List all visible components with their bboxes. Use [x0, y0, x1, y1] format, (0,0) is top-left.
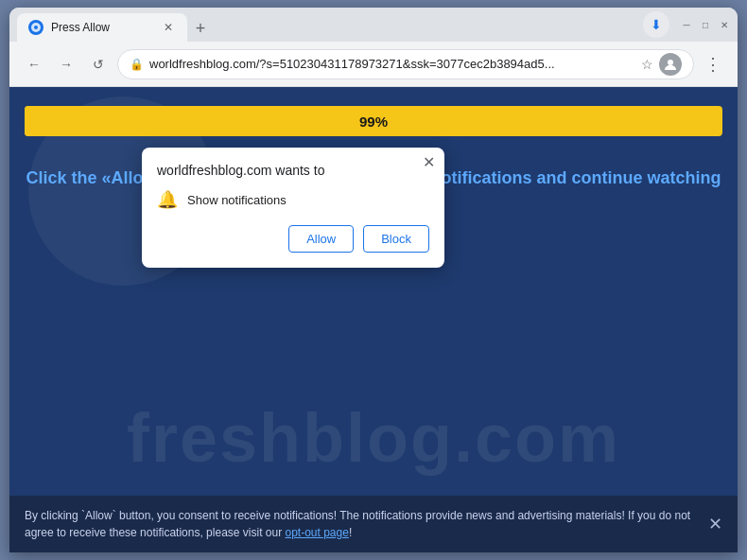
tab-close-btn[interactable]: ✕ — [161, 20, 176, 35]
progress-value: 99% — [359, 114, 388, 130]
address-bar[interactable]: 🔒 worldfreshblog.com/?s=5102304311789732… — [117, 49, 694, 79]
more-options-button[interactable]: ⋮ — [700, 51, 726, 78]
active-tab[interactable]: Press Allow ✕ — [17, 13, 187, 42]
tab-favicon — [28, 20, 43, 35]
tab-title: Press Allow — [51, 21, 153, 34]
close-button[interactable]: ✕ — [719, 19, 730, 30]
profile-icon[interactable] — [659, 53, 682, 76]
tab-area: Press Allow ✕ + — [17, 8, 639, 42]
address-text: worldfreshblog.com/?s=510230431178973271… — [149, 57, 635, 71]
forward-button[interactable]: → — [53, 51, 79, 78]
navigation-bar: ← → ↺ 🔒 worldfreshblog.com/?s=5102304311… — [9, 42, 738, 87]
block-button[interactable]: Block — [363, 225, 429, 253]
consent-text: By clicking `Allow` button, you consent … — [25, 507, 697, 541]
minimize-button[interactable]: ─ — [681, 19, 692, 30]
new-tab-button[interactable]: + — [187, 15, 214, 42]
consent-close-button[interactable]: ✕ — [708, 514, 722, 534]
maximize-button[interactable]: □ — [700, 19, 711, 30]
progress-container: 99% — [9, 87, 738, 136]
opt-out-link[interactable]: opt-out page — [285, 526, 348, 539]
bookmark-icon[interactable]: ☆ — [641, 57, 653, 72]
notification-popup: ✕ worldfreshblog.com wants to 🔔 Show not… — [142, 148, 444, 268]
popup-title: worldfreshblog.com wants to — [157, 163, 429, 178]
progress-bar: 99% — [25, 106, 722, 136]
consent-text-main: By clicking `Allow` button, you consent … — [25, 509, 690, 539]
download-button[interactable]: ⬇ — [643, 11, 669, 38]
lock-icon: 🔒 — [130, 58, 144, 71]
allow-button[interactable]: Allow — [288, 225, 354, 253]
popup-close-button[interactable]: ✕ — [423, 155, 435, 170]
notification-label: Show notifications — [187, 193, 287, 207]
title-bar: Press Allow ✕ + ⬇ ─ □ ✕ — [9, 8, 738, 42]
watermark-text: freshblog.com — [9, 399, 738, 477]
browser-content: freshblog.com 99% Click the «Allow» butt… — [9, 87, 738, 552]
svg-point-1 — [668, 60, 673, 65]
back-button[interactable]: ← — [21, 51, 47, 78]
popup-buttons: Allow Block — [157, 225, 429, 253]
consent-text-end: ! — [349, 526, 352, 539]
bell-icon: 🔔 — [157, 189, 178, 210]
window-controls: ─ □ ✕ — [681, 19, 730, 30]
reload-button[interactable]: ↺ — [85, 51, 112, 78]
consent-bar: By clicking `Allow` button, you consent … — [9, 496, 738, 552]
popup-notification-row: 🔔 Show notifications — [157, 189, 429, 210]
browser-window: Press Allow ✕ + ⬇ ─ □ ✕ ← → ↺ 🔒 worldfre… — [9, 8, 738, 552]
